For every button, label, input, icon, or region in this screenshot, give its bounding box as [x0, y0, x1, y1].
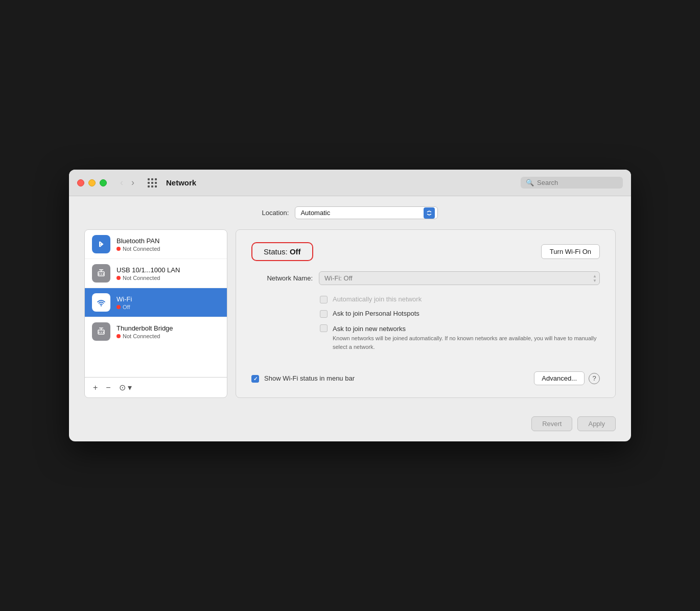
sidebar-item-usb-ethernet[interactable]: USB 10/1...1000 LAN Not Connected — [85, 259, 227, 288]
traffic-lights — [77, 179, 107, 186]
show-wifi-checkbox[interactable] — [251, 375, 259, 383]
remove-network-button[interactable]: − — [103, 382, 113, 393]
checkboxes-section: Automatically join this network Ask to j… — [251, 295, 600, 351]
new-networks-row: Ask to join new networks Known networks … — [320, 324, 600, 351]
network-name-wrapper: ▲ ▼ — [319, 271, 600, 285]
window-title: Network — [166, 178, 515, 187]
thunderbolt-text: Thunderbolt Bridge Not Connected — [116, 324, 220, 339]
usb-ethernet-name: USB 10/1...1000 LAN — [116, 266, 220, 274]
status-row: Status: Off Turn Wi-Fi On — [251, 242, 600, 261]
sidebar-list: Bluetooth PAN Not Connected — [85, 230, 227, 377]
new-networks-checkbox[interactable] — [320, 324, 328, 332]
show-wifi-row: Show Wi-Fi status in menu bar — [251, 374, 355, 383]
auto-join-row: Automatically join this network — [320, 295, 600, 303]
main-area: Bluetooth PAN Not Connected — [84, 229, 616, 398]
bluetooth-icon — [92, 235, 110, 253]
help-button[interactable]: ? — [589, 373, 600, 384]
sidebar-footer: + − ⊙ ▾ — [85, 377, 227, 397]
hotspot-row: Ask to join Personal Hotspots — [320, 310, 600, 318]
hotspot-label: Ask to join Personal Hotspots — [333, 310, 419, 317]
status-prefix: Status: — [264, 247, 288, 256]
search-box: 🔍 — [521, 177, 623, 189]
bluetooth-pan-name: Bluetooth PAN — [116, 237, 220, 245]
network-name-input[interactable] — [319, 271, 600, 285]
maximize-button[interactable] — [100, 179, 107, 186]
location-select[interactable]: Automatic Edit Locations... — [295, 206, 438, 219]
sidebar: Bluetooth PAN Not Connected — [84, 229, 227, 398]
wifi-status-dot — [116, 305, 121, 309]
turn-wifi-on-button[interactable]: Turn Wi-Fi On — [541, 244, 600, 259]
location-select-wrapper: Automatic Edit Locations... — [295, 206, 438, 219]
sidebar-item-bluetooth-pan[interactable]: Bluetooth PAN Not Connected — [85, 230, 227, 259]
ethernet-icon — [92, 264, 110, 283]
usb-ethernet-status-dot — [116, 276, 121, 280]
show-wifi-label: Show Wi-Fi status in menu bar — [264, 374, 355, 382]
stepper-up-button[interactable]: ▲ — [593, 274, 597, 278]
new-networks-description: Known networks will be joined automatica… — [333, 334, 600, 351]
thunderbolt-icon — [92, 322, 110, 341]
location-label: Location: — [262, 209, 289, 217]
more-icon: ⊙ ▾ — [119, 383, 132, 392]
network-name-row: Network Name: ▲ ▼ — [251, 271, 600, 285]
network-name-label: Network Name: — [251, 274, 313, 282]
close-button[interactable] — [77, 179, 84, 186]
minimize-button[interactable] — [88, 179, 96, 186]
detail-panel: Status: Off Turn Wi-Fi On Network Name: … — [236, 229, 616, 398]
network-name-stepper: ▲ ▼ — [593, 274, 597, 283]
network-preferences-window: ‹ › Network 🔍 Location: Automatic Edit L… — [69, 170, 631, 441]
add-network-button[interactable]: + — [90, 382, 101, 393]
hotspot-checkbox[interactable] — [320, 310, 328, 318]
search-input[interactable] — [537, 179, 618, 186]
footer-actions: Revert Apply — [69, 408, 631, 441]
forward-button[interactable]: › — [128, 176, 137, 189]
status-value: Off — [290, 247, 301, 256]
titlebar: ‹ › Network 🔍 — [69, 170, 631, 196]
auto-join-checkbox[interactable] — [320, 296, 328, 303]
bluetooth-pan-status-dot — [116, 247, 121, 251]
bluetooth-pan-text: Bluetooth PAN Not Connected — [116, 237, 220, 252]
new-networks-label: Ask to join new networks — [333, 325, 406, 333]
more-options-button[interactable]: ⊙ ▾ — [116, 382, 135, 393]
back-button[interactable]: ‹ — [117, 176, 126, 189]
thunderbolt-status-dot — [116, 334, 121, 338]
usb-ethernet-text: USB 10/1...1000 LAN Not Connected — [116, 266, 220, 281]
content-area: Location: Automatic Edit Locations... — [69, 196, 631, 408]
wifi-icon — [92, 293, 110, 312]
sidebar-item-thunderbolt[interactable]: Thunderbolt Bridge Not Connected — [85, 317, 227, 346]
bottom-buttons: Advanced... ? — [534, 371, 600, 385]
bluetooth-pan-status: Not Connected — [116, 246, 220, 252]
wifi-name: Wi-Fi — [116, 295, 220, 303]
thunderbolt-status: Not Connected — [116, 333, 220, 339]
nav-buttons: ‹ › — [117, 176, 137, 189]
new-networks-text: Ask to join new networks Known networks … — [333, 324, 600, 351]
revert-button[interactable]: Revert — [531, 416, 572, 431]
svg-point-6 — [101, 305, 102, 306]
wifi-text: Wi-Fi Off — [116, 295, 220, 310]
status-badge: Status: Off — [251, 242, 313, 261]
advanced-button[interactable]: Advanced... — [534, 371, 585, 385]
location-bar: Location: Automatic Edit Locations... — [84, 206, 616, 219]
sidebar-item-wifi[interactable]: Wi-Fi Off — [85, 288, 227, 317]
auto-join-label: Automatically join this network — [333, 295, 422, 303]
app-grid-icon[interactable] — [148, 178, 157, 187]
wifi-status: Off — [116, 304, 220, 310]
search-icon: 🔍 — [526, 179, 534, 186]
bottom-section: Show Wi-Fi status in menu bar Advanced..… — [251, 371, 600, 385]
thunderbolt-name: Thunderbolt Bridge — [116, 324, 220, 332]
apply-button[interactable]: Apply — [577, 416, 616, 431]
stepper-down-button[interactable]: ▼ — [593, 278, 597, 283]
usb-ethernet-status: Not Connected — [116, 275, 220, 281]
